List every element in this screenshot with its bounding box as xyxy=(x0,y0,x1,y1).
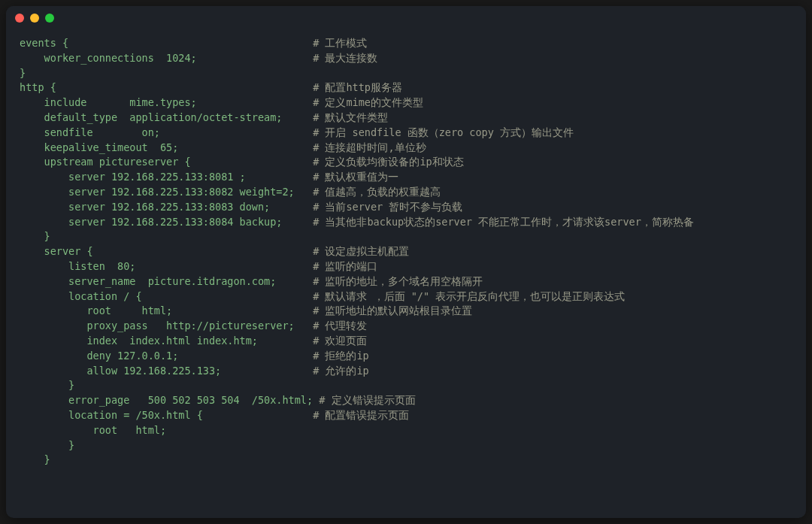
code-line: allow 192.168.225.133; # 允许的ip xyxy=(20,364,792,379)
close-icon[interactable] xyxy=(15,14,24,23)
code-line: events { # 工作模式 xyxy=(20,36,792,51)
comment-text: # 默认权重值为一 xyxy=(313,171,398,183)
code-line: default_type application/octet-stream; #… xyxy=(20,111,792,126)
code-line: } xyxy=(20,438,792,453)
code-text: root html; xyxy=(20,424,166,436)
code-line: worker_connections 1024; # 最大连接数 xyxy=(20,51,792,66)
code-line: upstream pictureserver { # 定义负载均衡设备的ip和状… xyxy=(20,155,792,170)
title-bar xyxy=(6,6,806,30)
code-line: listen 80; # 监听的端口 xyxy=(20,259,792,274)
code-text: deny 127.0.0.1; xyxy=(20,350,178,362)
comment-text: # 默认文件类型 xyxy=(313,111,388,123)
comment-text: # 当前server 暂时不参与负载 xyxy=(313,201,462,213)
code-text: server 192.168.225.133:8084 backup; xyxy=(20,216,283,228)
code-text: } xyxy=(20,439,74,451)
comment-text: # 值越高，负载的权重越高 xyxy=(313,186,441,198)
code-text: server 192.168.225.133:8081 ; xyxy=(20,171,246,183)
code-text: proxy_pass http://pictureserver; xyxy=(20,320,295,332)
comment-text: # 默认请求 ，后面 "/" 表示开启反向代理，也可以是正则表达式 xyxy=(313,290,625,302)
code-text: } xyxy=(20,67,26,79)
comment-text: # 开启 sendfile 函数（zero copy 方式）输出文件 xyxy=(313,126,574,138)
comment-text: # 定义负载均衡设备的ip和状态 xyxy=(313,156,464,168)
code-line: http { # 配置http服务器 xyxy=(20,80,792,95)
code-text: location / { xyxy=(20,290,142,302)
minimize-icon[interactable] xyxy=(30,14,39,23)
code-line: index index.html index.htm; # 欢迎页面 xyxy=(20,334,792,349)
comment-text: # 定义mime的文件类型 xyxy=(313,96,423,108)
code-text: events { xyxy=(20,37,68,49)
code-line: } xyxy=(20,66,792,81)
code-text: allow 192.168.225.133; xyxy=(20,365,221,377)
comment-text: # 最大连接数 xyxy=(313,52,377,64)
code-text: listen 80; xyxy=(20,260,135,272)
comment-text: # 配置错误提示页面 xyxy=(313,409,409,421)
code-line: server 192.168.225.133:8084 backup; # 当其… xyxy=(20,215,792,230)
code-text: } xyxy=(20,453,50,465)
code-line: location / { # 默认请求 ，后面 "/" 表示开启反向代理，也可以… xyxy=(20,289,792,304)
code-line: server { # 设定虚拟主机配置 xyxy=(20,244,792,259)
code-text: server 192.168.225.133:8083 down; xyxy=(20,201,270,213)
comment-text: # 监听的端口 xyxy=(313,260,377,272)
code-line: server 192.168.225.133:8083 down; # 当前se… xyxy=(20,200,792,215)
comment-text: # 监听的地址，多个域名用空格隔开 xyxy=(313,275,483,287)
comment-text: # 工作模式 xyxy=(313,37,367,49)
code-text: index index.html index.htm; xyxy=(20,335,258,347)
code-text: server { xyxy=(20,245,93,257)
comment-text: # 设定虚拟主机配置 xyxy=(313,245,409,257)
code-text: worker_connections 1024; xyxy=(20,52,197,64)
code-line: include mime.types; # 定义mime的文件类型 xyxy=(20,95,792,111)
code-text: default_type application/octet-stream; xyxy=(20,111,283,123)
code-text: keepalive_timeout 65; xyxy=(20,141,178,153)
code-text: upstream pictureserver { xyxy=(20,156,191,168)
comment-text: # 监听地址的默认网站根目录位置 xyxy=(313,304,472,317)
code-text: server 192.168.225.133:8082 weight=2; xyxy=(20,186,295,198)
code-area: events { # 工作模式 worker_connections 1024;… xyxy=(6,30,806,481)
code-text: http { xyxy=(20,81,56,93)
comment-text: # 允许的ip xyxy=(313,365,369,377)
comment-text: # 拒绝的ip xyxy=(313,350,369,362)
code-line: server_name picture.itdragon.com; # 监听的地… xyxy=(20,274,792,289)
code-text: } xyxy=(20,230,50,242)
code-text: server_name picture.itdragon.com; xyxy=(20,275,276,287)
code-line: } xyxy=(20,453,792,468)
code-line: server 192.168.225.133:8082 weight=2; # … xyxy=(20,185,792,200)
comment-text: # 配置http服务器 xyxy=(313,81,402,93)
code-line: } xyxy=(20,229,792,244)
code-line: proxy_pass http://pictureserver; # 代理转发 xyxy=(20,319,792,334)
comment-text: # 定义错误提示页面 xyxy=(319,394,415,406)
code-text: root html; xyxy=(20,304,172,317)
code-line: sendfile on; # 开启 sendfile 函数（zero copy … xyxy=(20,126,792,141)
comment-text: # 当其他非backup状态的server 不能正常工作时，才请求该server… xyxy=(313,216,694,228)
code-text: sendfile on; xyxy=(20,126,160,138)
code-text: } xyxy=(20,379,74,391)
code-line: root html; xyxy=(20,423,792,438)
code-text: error_page 500 502 503 504 /50x.html; xyxy=(20,394,313,406)
code-line: root html; # 监听地址的默认网站根目录位置 xyxy=(20,304,792,319)
code-line: location = /50x.html { # 配置错误提示页面 xyxy=(20,408,792,423)
comment-text: # 代理转发 xyxy=(313,320,367,332)
code-line: server 192.168.225.133:8081 ; # 默认权重值为一 xyxy=(20,170,792,185)
code-line: error_page 500 502 503 504 /50x.html; # … xyxy=(20,393,792,408)
comment-text: # 欢迎页面 xyxy=(313,335,367,347)
comment-text: # 连接超时时间,单位秒 xyxy=(313,141,426,153)
code-text: include mime.types; xyxy=(20,96,197,108)
maximize-icon[interactable] xyxy=(45,14,54,23)
code-line: keepalive_timeout 65; # 连接超时时间,单位秒 xyxy=(20,141,792,156)
code-text: location = /50x.html { xyxy=(20,409,203,421)
code-line: } xyxy=(20,378,792,393)
terminal-window: events { # 工作模式 worker_connections 1024;… xyxy=(6,6,806,518)
code-line: deny 127.0.0.1; # 拒绝的ip xyxy=(20,349,792,364)
